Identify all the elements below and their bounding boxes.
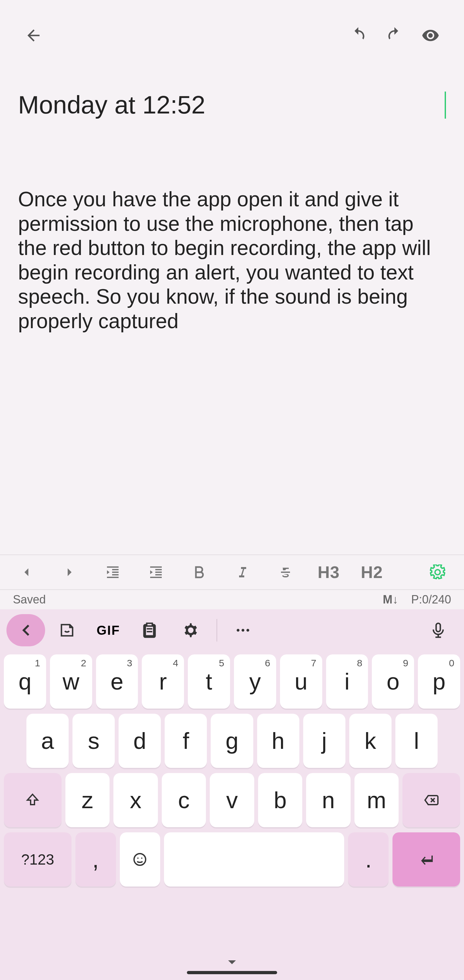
svg-point-3	[134, 854, 146, 865]
emoji-key[interactable]	[120, 832, 160, 886]
strikethrough-button[interactable]	[272, 558, 299, 586]
note-title-input[interactable]: Monday at 12:52	[18, 58, 446, 119]
enter-key[interactable]	[392, 832, 460, 886]
chevron-right-icon	[62, 565, 77, 580]
format-settings-button[interactable]	[424, 558, 451, 586]
key-f[interactable]: f	[165, 714, 207, 768]
chevron-down-icon	[224, 955, 240, 970]
arrow-left-icon	[24, 26, 43, 45]
key-y[interactable]: y6	[234, 654, 276, 709]
keyboard-row-1: q1w2e3r4t5y6u7i8o9p0	[4, 654, 460, 709]
comma-key[interactable]: ,	[75, 832, 116, 886]
formatting-toolbar: H3 H2	[0, 554, 464, 590]
key-b[interactable]: b	[258, 773, 303, 827]
gif-button[interactable]: GIF	[89, 614, 128, 646]
keyboard-settings-button[interactable]	[172, 614, 210, 646]
key-m[interactable]: m	[354, 773, 399, 827]
keyboard-row-2: asdfghjkl	[4, 714, 460, 768]
more-tools-button[interactable]	[224, 614, 262, 646]
text-cursor	[445, 92, 446, 119]
key-n[interactable]: n	[306, 773, 351, 827]
outdent-button[interactable]	[99, 558, 126, 586]
bold-button[interactable]	[186, 558, 213, 586]
clipboard-button[interactable]	[130, 614, 169, 646]
key-o[interactable]: o9	[372, 654, 414, 709]
key-p[interactable]: p0	[418, 654, 460, 709]
markdown-indicator: M↓	[383, 593, 398, 606]
enter-icon	[419, 852, 434, 867]
collapse-tools-button[interactable]	[6, 614, 45, 646]
key-h[interactable]: h	[257, 714, 299, 768]
key-d[interactable]: d	[119, 714, 161, 768]
svg-point-5	[141, 858, 142, 859]
save-status: Saved	[13, 593, 46, 606]
key-a[interactable]: a	[26, 714, 68, 768]
undo-icon	[349, 26, 367, 45]
italic-button[interactable]	[229, 558, 256, 586]
stickers-button[interactable]	[48, 614, 86, 646]
voice-input-button[interactable]	[419, 614, 458, 646]
key-z[interactable]: z	[65, 773, 110, 827]
preview-button[interactable]	[416, 21, 445, 49]
key-r[interactable]: r4	[142, 654, 184, 709]
smile-icon	[132, 852, 148, 867]
key-k[interactable]: k	[349, 714, 391, 768]
space-key[interactable]	[164, 832, 344, 886]
separator	[216, 619, 217, 641]
shift-icon	[25, 792, 40, 808]
chevron-left-icon	[17, 622, 34, 639]
key-v[interactable]: v	[210, 773, 254, 827]
undo-button[interactable]	[344, 21, 372, 49]
svg-point-2	[246, 629, 249, 632]
key-s[interactable]: s	[73, 714, 115, 768]
key-x[interactable]: x	[113, 773, 158, 827]
symbols-key[interactable]: ?123	[4, 832, 72, 886]
back-button[interactable]	[19, 21, 48, 49]
app-bar	[0, 0, 464, 58]
gear-icon	[183, 622, 199, 639]
gesture-nav-bar	[187, 971, 277, 974]
clipboard-icon	[141, 622, 158, 639]
backspace-icon	[424, 792, 439, 808]
key-j[interactable]: j	[303, 714, 345, 768]
dismiss-keyboard-button[interactable]	[0, 945, 464, 980]
more-horizontal-icon	[235, 622, 251, 639]
svg-point-0	[237, 629, 240, 632]
chevron-left-icon	[19, 565, 34, 580]
heading3-button[interactable]: H3	[315, 558, 342, 586]
indent-button[interactable]	[142, 558, 170, 586]
keyboard-tool-row: GIF	[0, 609, 464, 651]
mic-icon	[430, 622, 447, 639]
key-w[interactable]: w2	[50, 654, 92, 709]
status-bar: Saved M↓ P:0/240	[0, 590, 464, 609]
eye-icon	[421, 26, 440, 45]
shift-key[interactable]	[4, 773, 62, 827]
key-t[interactable]: t5	[188, 654, 230, 709]
backspace-key[interactable]	[402, 773, 460, 827]
keyboard-row-4: ?123 , .	[4, 832, 460, 886]
outdent-icon	[105, 565, 121, 580]
key-e[interactable]: e3	[96, 654, 138, 709]
svg-point-1	[242, 629, 245, 632]
heading2-button[interactable]: H2	[358, 558, 385, 586]
position-counter: P:0/240	[411, 593, 451, 606]
key-c[interactable]: c	[162, 773, 206, 827]
key-q[interactable]: q1	[4, 654, 46, 709]
redo-button[interactable]	[380, 21, 408, 49]
note-body-input[interactable]: Once you have the app open it and give i…	[18, 187, 446, 381]
redo-icon	[385, 26, 404, 45]
italic-icon	[235, 565, 250, 580]
bold-icon	[191, 565, 207, 580]
period-key[interactable]: .	[348, 832, 389, 886]
key-g[interactable]: g	[211, 714, 253, 768]
strikethrough-icon	[278, 565, 293, 580]
svg-point-4	[137, 858, 138, 859]
sticker-icon	[59, 622, 75, 639]
key-i[interactable]: i8	[326, 654, 368, 709]
key-l[interactable]: l	[396, 714, 438, 768]
scroll-right-button[interactable]	[56, 558, 83, 586]
soft-keyboard: GIF q1w2e3r4t5y6u7i8o9p0 asdfghjkl zxcvb…	[0, 609, 464, 980]
scroll-left-button[interactable]	[13, 558, 40, 586]
key-u[interactable]: u7	[280, 654, 322, 709]
gear-icon	[430, 565, 445, 580]
